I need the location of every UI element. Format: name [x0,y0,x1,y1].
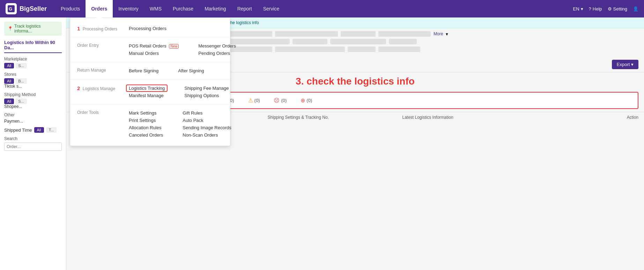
nav-marketing[interactable]: Marketing [199,0,231,17]
link-pending-orders[interactable]: Pending Orders [195,50,239,57]
link-shipping-options[interactable]: Shipping Options [182,92,231,99]
step-2-number: 2 [77,85,80,91]
filter-stores: Stores All B... Tiktok s... [4,72,62,89]
filter-shipped-time: Shipped Time All T... [4,127,62,133]
th-action: Action [610,115,638,120]
link-messenger-orders[interactable]: Messenger Orders [195,42,239,50]
pill-shipped-t[interactable]: T... [46,127,57,133]
track-info-bar: 📍 Track logistics informa... [4,22,62,36]
link-after-signing[interactable]: After Signing [175,67,207,74]
svg-text:G: G [9,6,12,12]
status-tab-error[interactable]: ⊗ (0) [294,93,319,108]
top-navigation: G BigSeller Products Orders Inventory WM… [0,0,644,17]
dropdown-section-return: Return Manage Before Signing After Signi… [70,64,230,77]
help-link[interactable]: ? Help [589,6,602,12]
nav-wms[interactable]: WMS [144,0,167,17]
nav-products[interactable]: Products [55,0,86,17]
left-panel: 📍 Track logistics informa... Logistics I… [0,17,66,270]
sad-icon: ☹ [274,97,280,104]
pill-marketplace-all[interactable]: All [4,63,14,68]
link-mark-settings[interactable]: Mark Settings [126,109,166,117]
dropdown-section-logistics: 2 Logistics Manage Logistics Tracking Ma… [70,82,230,102]
section-label-order-entry: Order Entry [77,42,126,57]
link-auto-pack[interactable]: Auto Pack [180,117,234,124]
dropdown-section-order-tools: Order Tools Mark Settings Print Settings… [70,107,230,141]
link-print-settings[interactable]: Print Settings [126,117,166,124]
user-avatar[interactable]: 👤 [633,6,638,12]
dropdown-links-processing: Processing Orders [126,25,223,32]
stores-extra: Tiktok s... [4,84,62,89]
pill-stores-all[interactable]: All [4,78,14,84]
orders-dropdown-menu: 1 Processing Orders Processing Orders Or… [70,17,230,146]
location-icon: 📍 [8,26,13,31]
dropdown-section-order-entry: Order Entry POS Retail Orders New Manual… [70,39,230,60]
section-label-logistics: 2 Logistics Manage [77,85,126,99]
shipping-extra: Shopee... [4,104,62,109]
filter-other: Other Paymen... [4,112,62,124]
new-badge: New [169,44,179,49]
dropdown-links-logistics: Logistics Tracking Manifest Manage Shipp… [126,85,232,99]
link-pos-retail-orders[interactable]: POS Retail Orders New [126,42,182,50]
dropdown-links-return: Before Signing After Signing [126,67,223,74]
nav-inventory[interactable]: Inventory [113,0,144,17]
dropdown-section-processing: 1 Processing Orders Processing Orders [70,22,230,35]
nav-service[interactable]: Service [258,0,285,17]
section-label-processing: Processing Orders [83,27,117,31]
link-logistics-tracking[interactable]: Logistics Tracking [126,85,168,92]
export-button[interactable]: Export ▾ [612,60,638,69]
section-label-order-tools: Order Tools [77,109,126,139]
status-tab-warning[interactable]: ⚠ (0) [241,93,267,108]
pill-marketplace-s[interactable]: S... [15,63,27,68]
link-processing-orders[interactable]: Processing Orders [126,25,169,32]
pill-shipping-s[interactable]: S... [15,98,27,104]
pill-shipping-all[interactable]: All [4,98,14,104]
dropdown-links-order-entry: POS Retail Orders New Manual Orders Mess… [126,42,239,57]
search-input[interactable] [4,143,62,151]
section-title: Logistics Info Within 90 Da... [4,40,62,53]
nav-purchase[interactable]: Purchase [167,0,199,17]
nav-orders[interactable]: Orders [86,0,113,17]
link-shipping-fee-manage[interactable]: Shipping Fee Manage [182,85,231,92]
shipped-time-label: Shipped Time [4,127,32,133]
link-gift-rules[interactable]: Gift Rules [180,109,234,117]
pill-stores-b[interactable]: B... [15,78,27,84]
link-manual-orders[interactable]: Manual Orders [126,50,182,57]
section-label-return: Return Manage [77,67,126,74]
error-icon: ⊗ [301,97,305,104]
filter-marketplace: Marketplace All S... [4,57,62,68]
nav-report[interactable]: Report [232,0,258,17]
link-canceled-orders[interactable]: Canceled Orders [126,131,166,139]
logo-text: BigSeller [20,5,47,13]
chevron-down-icon-1: ▾ [446,31,448,37]
link-before-signing[interactable]: Before Signing [126,67,161,74]
nav-right: EN ▾ ? Help ⚙ Setting 👤 [573,6,638,12]
status-tab-sad[interactable]: ☹ (0) [267,93,294,108]
warning-icon: ⚠ [248,97,253,104]
link-non-scan-orders[interactable]: Non-Scan Orders [180,131,234,139]
more-link-1[interactable]: More [434,31,443,36]
dropdown-links-order-tools: Mark Settings Print Settings Allocation … [126,109,234,139]
th-logistics: Latest Logistics Information [402,115,611,120]
pill-shipped-all[interactable]: All [34,127,44,133]
link-sending-image-records[interactable]: Sending Image Records [180,124,234,131]
nav-items: Products Orders Inventory WMS Purchase M… [55,0,573,17]
link-manifest-manage[interactable]: Manifest Manage [126,92,168,99]
logo[interactable]: G BigSeller [6,3,47,14]
filter-search: Search [4,136,62,151]
link-allocation-rules[interactable]: Allocation Rules [126,124,166,131]
settings-link[interactable]: ⚙ Setting [608,6,627,12]
language-selector[interactable]: EN ▾ [573,6,583,12]
filter-shipping-method: Shipping Method All S... Shopee... [4,92,62,109]
logo-icon: G [6,3,17,14]
step-1-number: 1 [77,25,80,31]
